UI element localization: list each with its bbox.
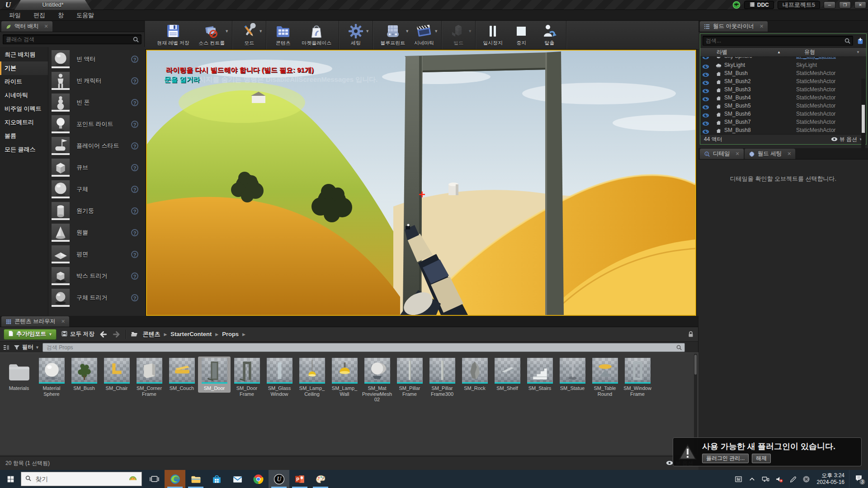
help-icon[interactable]: ? — [131, 77, 138, 84]
help-icon[interactable]: ? — [131, 229, 138, 236]
breadcrumb-item[interactable]: StarterContent — [170, 331, 212, 338]
toolbar-button-modes[interactable]: ▼ 모드 — [235, 21, 263, 49]
asset-search-input[interactable] — [47, 343, 431, 352]
column-label[interactable]: 라벨 — [717, 48, 727, 56]
view-options-button[interactable]: 뷰 옵션 ▼ — [831, 136, 863, 143]
tab-world-settings[interactable]: 월드 세팅 ✕ — [744, 148, 796, 159]
asset-tile[interactable]: SM_Stairs — [524, 357, 556, 393]
tab-content-browser[interactable]: 콘텐츠 브라우저 ✕ — [1, 316, 70, 327]
asset-tile[interactable]: SM_Mat PreviewMesh 02 — [361, 357, 393, 404]
asset-tile[interactable]: SM_Statue — [556, 357, 589, 393]
toolbar-button-settings[interactable]: ▼ 세팅 — [342, 21, 370, 49]
actor-item[interactable]: 원기둥 ? — [51, 200, 145, 222]
chevron-down-icon[interactable]: ▼ — [365, 29, 369, 33]
help-icon[interactable]: ? — [131, 121, 138, 128]
lock-icon[interactable] — [687, 331, 694, 338]
notification-button[interactable]: 플러그인 관리... — [702, 454, 749, 463]
toolbar-button-eject[interactable]: 탈출 — [535, 21, 563, 49]
category-item[interactable]: 지오메트리 — [0, 116, 48, 129]
menu-item[interactable]: 파일 — [3, 10, 27, 21]
outliner-row[interactable]: Sky Sphere BP_Sky_Sphere — [700, 57, 866, 61]
eye-icon[interactable] — [702, 79, 709, 84]
asset-tile[interactable]: SM_Shelf — [491, 357, 524, 393]
taskbar-app-mail[interactable] — [227, 470, 248, 488]
breadcrumb-item[interactable]: Props — [222, 331, 239, 338]
category-item[interactable]: 최근 배치됨 — [0, 48, 48, 61]
news-icon[interactable] — [732, 470, 745, 488]
taskbar-app-paint[interactable] — [310, 470, 331, 488]
chevron-down-icon[interactable]: ▼ — [468, 29, 472, 33]
help-icon[interactable]: ? — [131, 272, 138, 280]
menu-item[interactable]: 창 — [52, 10, 70, 21]
close-icon[interactable]: ✕ — [760, 23, 764, 29]
toolbar-button-savelevel[interactable]: 현재 레벨 저장 — [152, 21, 194, 49]
toolbar-button-build[interactable]: ▼ 빌드 — [444, 21, 472, 49]
asset-tile[interactable]: SM_Corner Frame — [133, 357, 165, 398]
help-icon[interactable]: ? — [131, 142, 138, 150]
restore-button[interactable]: ❐ — [839, 1, 851, 9]
outliner-row-type[interactable]: BP_Sky_Sphere — [796, 57, 836, 59]
asset-tile[interactable]: SM_Window Frame — [621, 357, 654, 398]
save-all-button[interactable]: 모두 저장 — [61, 330, 94, 338]
toolbar-button-blueprints[interactable]: ▼ 블루프린트 — [376, 21, 410, 49]
asset-tile[interactable]: SM_Couch — [165, 357, 198, 393]
actor-item[interactable]: 원뿔 ? — [51, 222, 145, 244]
chevron-down-icon[interactable]: ▼ — [225, 29, 229, 33]
outliner-row[interactable]: SkyLight SkyLight — [700, 61, 866, 69]
toolbar-button-sourcecontrol[interactable]: ▼ 소스 컨트롤 — [194, 21, 229, 49]
toolbar-button-stop[interactable]: 중지 — [507, 21, 535, 49]
outliner-row[interactable]: SM_Bush2 StaticMeshActor — [700, 77, 866, 85]
volume-muted-icon[interactable] — [773, 470, 786, 488]
taskbar-app-edge[interactable] — [165, 470, 185, 488]
pen-icon[interactable] — [786, 470, 800, 488]
taskbar-search-input[interactable] — [35, 475, 124, 483]
actor-item[interactable]: 빈 캐릭터 ? — [51, 70, 145, 92]
filter-button[interactable]: 필터 ▼ — [13, 343, 39, 351]
chevron-down-icon[interactable]: ▼ — [434, 29, 438, 33]
asset-tile[interactable]: SM_Table Round — [589, 357, 621, 398]
viewport[interactable]: 라이팅을 다시 빌드해야 합니다 (빌드 필요: 91개) 문을 열거라 시지를… — [146, 50, 696, 316]
category-item[interactable]: 볼륨 — [0, 129, 48, 143]
class-search-input[interactable] — [6, 35, 119, 44]
close-icon[interactable]: ✕ — [787, 151, 791, 157]
eye-icon[interactable] — [702, 103, 709, 108]
outliner-row[interactable]: SM_Bush5 StaticMeshActor — [700, 102, 866, 110]
category-item[interactable]: 라이트 — [0, 75, 48, 89]
minimize-button[interactable]: ─ — [824, 1, 835, 9]
eye-icon[interactable] — [702, 120, 709, 125]
taskbar-app-taskview[interactable] — [144, 470, 165, 488]
actor-item[interactable]: 박스 트리거 ? — [51, 265, 145, 287]
close-button[interactable]: ✕ — [854, 1, 866, 9]
ddc-button[interactable]: DDC — [744, 1, 774, 9]
taskbar-app-explorer[interactable] — [185, 470, 206, 488]
breadcrumb-item[interactable]: 콘텐츠 — [142, 330, 160, 338]
outliner-row[interactable]: SM_Bush StaticMeshActor — [700, 69, 866, 77]
help-icon[interactable]: ? — [131, 207, 138, 215]
toolbar-button-cinematics[interactable]: ▼ 시네마틱 — [410, 21, 439, 49]
type-filter-icon[interactable]: ▼ — [856, 50, 860, 54]
asset-tile[interactable]: SM_Glass Window — [263, 357, 296, 398]
menu-item[interactable]: 도움말 — [70, 10, 100, 21]
eye-icon[interactable] — [702, 128, 709, 133]
asset-tile[interactable]: SM_Lamp_ Ceiling — [296, 357, 328, 398]
toolbar-button-pause[interactable]: 일시정지 — [478, 21, 507, 49]
taskbar-clock[interactable]: 오후 3:24 2024-05-16 — [817, 472, 844, 486]
actor-item[interactable]: 포인트 라이트 ? — [51, 113, 145, 135]
actor-item[interactable]: 빈 폰 ? — [51, 92, 145, 113]
toolbar-button-marketplace[interactable]: 마켓플레이스 — [297, 21, 336, 49]
add-import-button[interactable]: 추가/임포트 ▼ — [4, 329, 57, 340]
tab-details[interactable]: i 디테일 ✕ — [699, 148, 744, 159]
asset-tile[interactable]: SM_Door Frame — [231, 357, 263, 398]
level-title-tab[interactable]: Untitled* — [14, 0, 91, 10]
actor-item[interactable]: 구체 ? — [51, 178, 145, 200]
eye-icon[interactable] — [702, 57, 709, 58]
eye-icon[interactable] — [702, 87, 709, 92]
save-search-icon[interactable] — [688, 344, 695, 351]
toolbar-button-content[interactable]: 콘텐츠 — [269, 21, 297, 49]
eye-icon[interactable] — [702, 112, 709, 117]
asset-tile[interactable]: SM_Lamp_ Wall — [328, 357, 361, 398]
outliner-row[interactable]: SM_Bush3 StaticMeshActor — [700, 85, 866, 94]
outliner-row[interactable]: SM_Bush7 StaticMeshActor — [700, 118, 866, 126]
actor-item[interactable]: 플레이어 스타트 ? — [51, 135, 145, 157]
help-icon[interactable]: ? — [131, 186, 138, 193]
